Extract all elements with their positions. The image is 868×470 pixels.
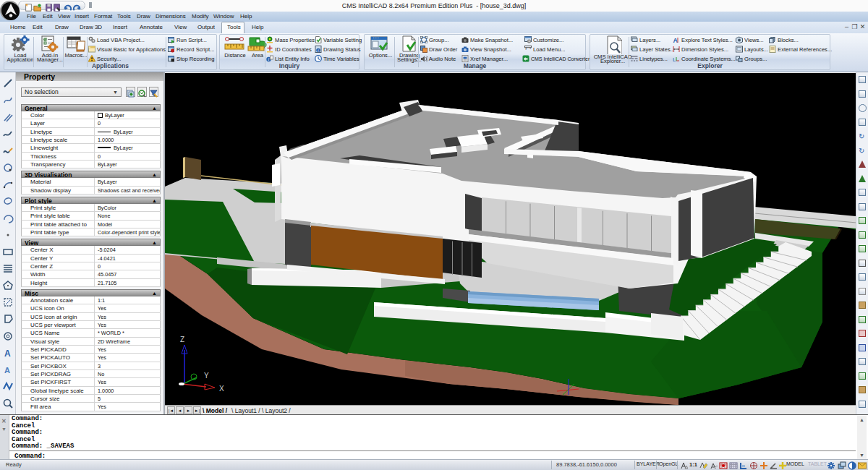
svg-text:L: L — [673, 56, 676, 63]
svg-text:A: A — [4, 366, 10, 375]
svg-text:Y: Y — [204, 372, 209, 380]
svg-text:A: A — [673, 37, 678, 44]
svg-text:Z: Z — [180, 336, 184, 343]
svg-text:A: A — [4, 349, 11, 359]
svg-text:X: X — [219, 385, 224, 393]
svg-text:ʳʿ: ʳʿ — [524, 46, 532, 54]
